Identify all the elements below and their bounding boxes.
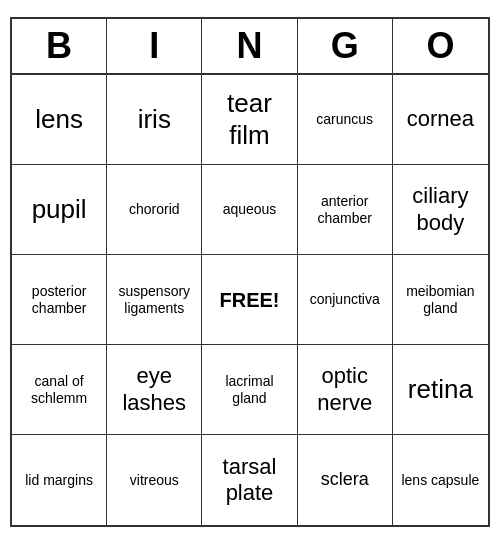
bingo-header: BINGO	[12, 19, 488, 75]
bingo-cell: cornea	[393, 75, 488, 165]
bingo-cell: eye lashes	[107, 345, 202, 435]
bingo-cell: tarsal plate	[202, 435, 297, 525]
bingo-card: BINGO lensiristear filmcaruncuscorneapup…	[10, 17, 490, 527]
bingo-cell: tear film	[202, 75, 297, 165]
bingo-cell: optic nerve	[298, 345, 393, 435]
bingo-cell: ciliary body	[393, 165, 488, 255]
bingo-cell: lens	[12, 75, 107, 165]
bingo-cell: suspensory ligaments	[107, 255, 202, 345]
header-letter: I	[107, 19, 202, 73]
bingo-cell: caruncus	[298, 75, 393, 165]
bingo-cell: aqueous	[202, 165, 297, 255]
bingo-cell: canal of schlemm	[12, 345, 107, 435]
bingo-cell: lid margins	[12, 435, 107, 525]
bingo-cell: pupil	[12, 165, 107, 255]
bingo-cell: FREE!	[202, 255, 297, 345]
bingo-cell: sclera	[298, 435, 393, 525]
bingo-cell: lacrimal gland	[202, 345, 297, 435]
bingo-cell: retina	[393, 345, 488, 435]
bingo-cell: meibomian gland	[393, 255, 488, 345]
bingo-cell: posterior chamber	[12, 255, 107, 345]
header-letter: O	[393, 19, 488, 73]
bingo-cell: iris	[107, 75, 202, 165]
bingo-cell: conjunctiva	[298, 255, 393, 345]
bingo-cell: vitreous	[107, 435, 202, 525]
bingo-grid: lensiristear filmcaruncuscorneapupilchor…	[12, 75, 488, 525]
bingo-cell: chororid	[107, 165, 202, 255]
header-letter: G	[298, 19, 393, 73]
header-letter: N	[202, 19, 297, 73]
header-letter: B	[12, 19, 107, 73]
bingo-cell: anterior chamber	[298, 165, 393, 255]
bingo-cell: lens capsule	[393, 435, 488, 525]
